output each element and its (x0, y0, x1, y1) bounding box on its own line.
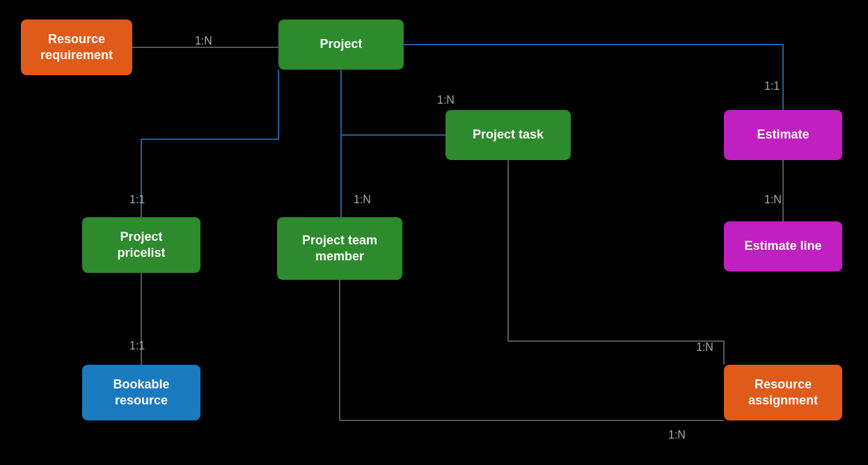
label-project-pricelist: 1:1 (129, 194, 145, 206)
estimate-line-node: Estimate line (724, 221, 842, 271)
label-project-task: 1:N (437, 94, 455, 107)
project-node: Project (278, 19, 404, 70)
label-rr-project: 1:N (195, 35, 212, 47)
label-team-assignment: 1:N (668, 429, 686, 441)
diagram-container: Resource requirement Project Project tas… (0, 0, 868, 465)
label-project-estimate: 1:1 (764, 80, 780, 93)
label-project-team: 1:N (354, 194, 371, 206)
bookable-resource-node: Bookable resource (82, 365, 200, 420)
project-team-member-node: Project team member (277, 217, 402, 280)
estimate-node: Estimate (724, 110, 842, 160)
label-estimate-line: 1:N (764, 194, 782, 206)
project-task-node: Project task (445, 110, 571, 160)
project-pricelist-node: Project pricelist (82, 217, 200, 273)
label-pricelist-bookable: 1:1 (129, 340, 145, 352)
resource-requirement-node: Resource requirement (21, 19, 132, 75)
resource-assignment-node: Resource assignment (724, 365, 842, 420)
label-task-assignment: 1:N (696, 341, 713, 354)
